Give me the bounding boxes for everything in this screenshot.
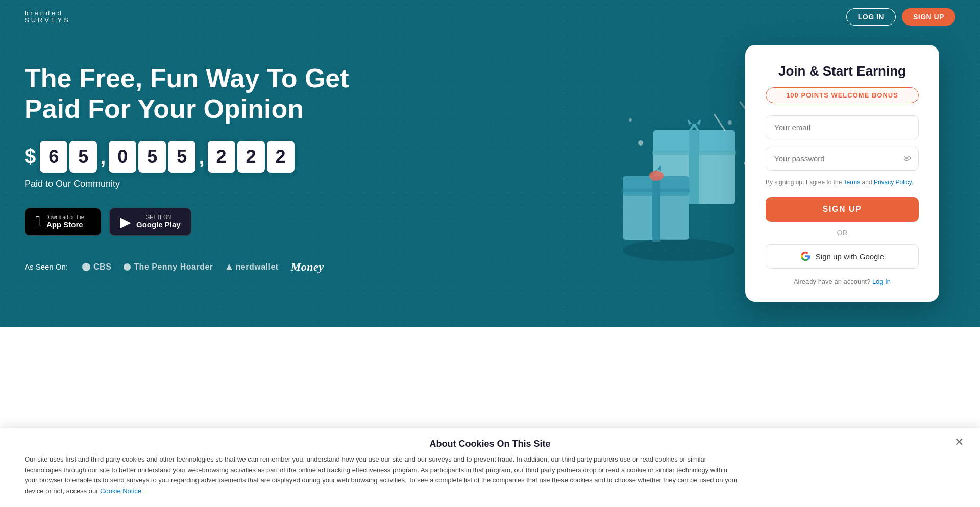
digit-2b: 2 xyxy=(237,141,265,173)
svg-rect-11 xyxy=(622,189,690,192)
terms-link[interactable]: Terms xyxy=(844,179,861,186)
svg-rect-7 xyxy=(623,179,689,240)
svg-line-16 xyxy=(715,115,725,130)
google-button-label: Sign up with Google xyxy=(816,252,884,261)
google-play-name: Google Play xyxy=(136,220,181,229)
google-play-pre: GET IT ON xyxy=(136,214,181,220)
penny-hoarder-logo: The Penny Hoarder xyxy=(124,262,213,272)
svg-point-12 xyxy=(638,140,643,146)
privacy-link[interactable]: Privacy Policy xyxy=(874,179,912,186)
svg-point-18 xyxy=(623,239,735,261)
svg-rect-3 xyxy=(653,133,735,204)
digit-5b: 5 xyxy=(168,141,195,173)
password-wrapper: 👁 xyxy=(766,147,919,171)
app-store-pre: Download on the xyxy=(45,214,84,220)
digit-5: 5 xyxy=(69,141,97,173)
hero-section: The Free, Fun Way To Get Paid For Your O… xyxy=(0,0,980,327)
money-logo: Money xyxy=(291,260,324,274)
terms-before: By signing up, I agree to the xyxy=(766,179,844,186)
hero-title: The Free, Fun Way To Get Paid For Your O… xyxy=(24,63,372,125)
login-link[interactable]: Log In xyxy=(872,278,891,285)
nerdwallet-logo: nerdwallet xyxy=(226,262,279,272)
login-button[interactable]: LOG IN xyxy=(846,8,896,26)
digit-2a: 2 xyxy=(208,141,235,173)
digit-6a: 6 xyxy=(40,141,67,173)
as-seen-label: As Seen On: xyxy=(24,262,68,271)
digit-5a: 5 xyxy=(138,141,166,173)
terms-after: . xyxy=(912,179,913,186)
svg-marker-2 xyxy=(226,264,232,270)
svg-rect-6 xyxy=(652,151,736,155)
google-icon xyxy=(800,251,811,261)
google-signup-button[interactable]: Sign up with Google xyxy=(766,244,919,269)
email-input[interactable] xyxy=(766,115,919,139)
svg-rect-4 xyxy=(653,130,735,152)
svg-rect-9 xyxy=(652,176,660,242)
signup-nav-button[interactable]: SIGN UP xyxy=(902,8,955,26)
digit-2c: 2 xyxy=(267,141,295,173)
nav-buttons: LOG IN SIGN UP xyxy=(846,8,955,26)
svg-point-10 xyxy=(649,171,664,181)
logo: branded SURVEYS xyxy=(24,10,70,25)
store-buttons:  Download on the App Store ▶ GET IT ON … xyxy=(24,208,372,236)
eye-icon[interactable]: 👁 xyxy=(902,153,912,164)
terms-mid: and xyxy=(860,179,874,186)
svg-point-13 xyxy=(728,120,732,125)
navbar: branded SURVEYS LOG IN SIGN UP xyxy=(0,0,980,34)
already-label: Already have an account? xyxy=(794,278,870,285)
counter-row: $ 6 5 , 0 5 5 , 2 2 2 xyxy=(24,141,372,173)
google-play-text: GET IT ON Google Play xyxy=(136,214,181,229)
svg-rect-8 xyxy=(623,176,689,196)
press-logos: CBS The Penny Hoarder nerdwallet Money xyxy=(82,260,324,274)
or-divider: OR xyxy=(766,229,919,237)
svg-point-15 xyxy=(629,118,632,122)
hero-illustration xyxy=(592,31,766,296)
apple-icon:  xyxy=(35,213,40,230)
hero-left: The Free, Fun Way To Get Paid For Your O… xyxy=(24,63,372,274)
svg-point-0 xyxy=(82,263,90,271)
signup-main-button[interactable]: SIGN UP xyxy=(766,197,919,222)
app-store-button[interactable]:  Download on the App Store xyxy=(24,208,101,236)
google-play-button[interactable]: ▶ GET IT ON Google Play xyxy=(109,208,191,236)
app-store-name: App Store xyxy=(45,220,84,229)
svg-rect-5 xyxy=(689,130,699,204)
paid-label: Paid to Our Community xyxy=(24,179,372,189)
play-icon: ▶ xyxy=(120,213,131,230)
logo-line1: branded xyxy=(24,10,70,17)
cbs-logo: CBS xyxy=(82,262,111,272)
as-seen-section: As Seen On: CBS The Penny Hoarder nerdwa… xyxy=(24,260,372,274)
terms-text: By signing up, I agree to the Terms and … xyxy=(766,178,919,187)
password-input[interactable] xyxy=(766,147,919,171)
welcome-badge: 100 POINTS WELCOME BONUS xyxy=(766,87,919,103)
comma2: , xyxy=(198,147,205,167)
comma1: , xyxy=(99,147,107,167)
dollar-sign: $ xyxy=(24,145,36,168)
svg-point-1 xyxy=(124,263,131,271)
digit-0: 0 xyxy=(109,141,136,173)
app-store-text: Download on the App Store xyxy=(45,214,84,229)
already-text: Already have an account? Log In xyxy=(766,278,919,285)
logo-line2: SURVEYS xyxy=(24,17,70,24)
signup-card: Join & Start Earning 100 POINTS WELCOME … xyxy=(745,45,939,302)
card-title: Join & Start Earning xyxy=(766,63,919,79)
